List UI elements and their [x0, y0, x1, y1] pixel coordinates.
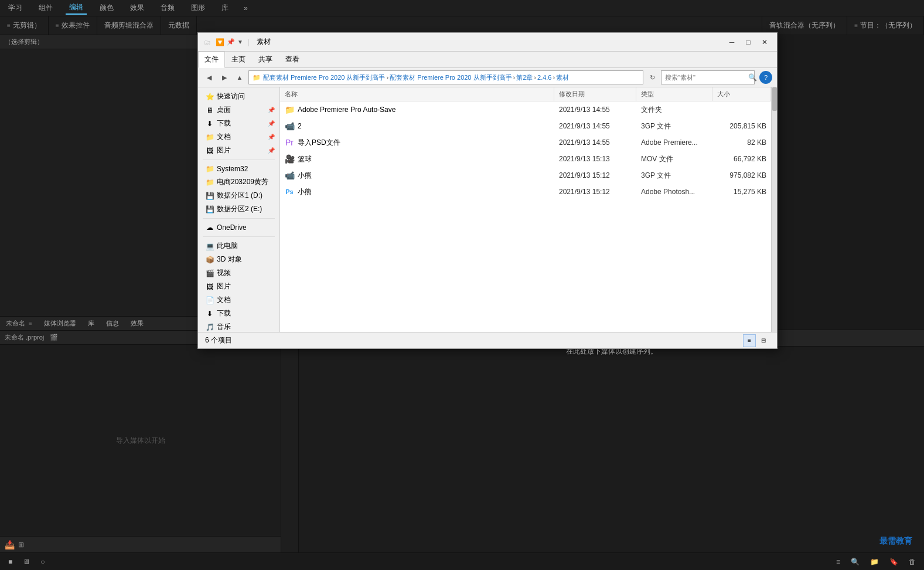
- tab-project[interactable]: 未命名 ≡: [0, 317, 38, 330]
- file-type: 文件夹: [641, 105, 662, 115]
- taskbar-start[interactable]: ■: [5, 557, 16, 567]
- nav-panel: ⭐ 快速访问 🖥 桌面 📌 ⬇ 下载 📌 📁 文档 📌 🖼 图片 �: [198, 87, 280, 332]
- menu-item-learn[interactable]: 学习: [5, 2, 26, 14]
- videos-icon: 🎬: [205, 269, 214, 278]
- nav-item-documents[interactable]: 📁 文档 📌: [198, 130, 279, 144]
- tab-effects-bottom[interactable]: 效果: [125, 317, 149, 330]
- taskbar-screen[interactable]: 🖥: [19, 557, 33, 567]
- import-icon[interactable]: 📥: [5, 540, 15, 549]
- nav-item-ecommerce[interactable]: 📁 电商203209黄芳: [198, 175, 279, 189]
- menu-more-icon[interactable]: »: [244, 4, 248, 12]
- tab-icon: ≡: [7, 22, 11, 29]
- col-name[interactable]: 名称: [280, 87, 554, 101]
- addr-seg-1[interactable]: 配套素材 Premiere Pro 2020 从新手到高手: [263, 73, 385, 82]
- nav-item-desktop[interactable]: 🖥 桌面 📌: [198, 103, 279, 117]
- file-area: 名称 修改日期 类型 大小 📁 Adobe Premiere Pro Auto-…: [280, 87, 771, 332]
- tab-icon: ≡: [56, 22, 59, 29]
- taskbar-search[interactable]: 🔍: [847, 557, 863, 567]
- taskbar-trash[interactable]: 🗑: [905, 557, 919, 567]
- nav-item-this-pc[interactable]: 💻 此电脑: [198, 239, 279, 253]
- taskbar-menu[interactable]: ≡: [833, 557, 844, 567]
- tab-program-monitor[interactable]: ≡ 节目：（无序列）: [847, 16, 924, 35]
- dialog-titlebar: 🗂 🔽 📌 ▼ | 素材 ─ □ ✕: [198, 33, 777, 52]
- nav-item-system32[interactable]: 📁 System32: [198, 162, 279, 175]
- tab-effects-controls[interactable]: ≡ 效果控件: [49, 16, 97, 35]
- nav-item-downloads[interactable]: ⬇ 下载 📌: [198, 117, 279, 130]
- address-path[interactable]: 📁 配套素材 Premiere Pro 2020 从新手到高手 › 配套素材 P…: [248, 70, 643, 84]
- quick-access-arrow[interactable]: ▼: [237, 39, 243, 45]
- list-view-button[interactable]: ≡: [743, 334, 756, 347]
- tab-media-browser[interactable]: 媒体浏览器: [38, 317, 82, 330]
- nav-item-drive-d[interactable]: 💾 数据分区1 (D:): [198, 189, 279, 202]
- file-name: 导入PSD文件: [298, 138, 340, 148]
- tab-no-clip[interactable]: ≡ 无剪辑）: [0, 16, 49, 35]
- forward-button[interactable]: ▶: [218, 71, 231, 84]
- quick-access-pin[interactable]: 📌: [227, 38, 235, 46]
- refresh-button[interactable]: ↻: [646, 71, 659, 84]
- back-button[interactable]: ◀: [203, 71, 216, 84]
- close-button[interactable]: ✕: [757, 35, 772, 50]
- nav-item-videos[interactable]: 🎬 视频: [198, 266, 279, 280]
- new-item-icon[interactable]: 🎬: [50, 334, 58, 341]
- table-row[interactable]: 🎥 篮球 2021/9/13 15:13 MOV 文件 66,792 KB: [280, 151, 771, 167]
- taskbar-folder[interactable]: 📁: [867, 557, 882, 567]
- table-row[interactable]: Ps 小熊 2021/9/13 15:12 Adobe Photosh... 1…: [280, 184, 771, 200]
- ribbon-tab-view[interactable]: 查看: [279, 52, 306, 67]
- nav-item-docs[interactable]: 📄 文档: [198, 293, 279, 307]
- file-dialog: 🗂 🔽 📌 ▼ | 素材 ─ □ ✕ 文件 主页 共享 查看 ◀ ▶ ▲ 📁 配…: [197, 32, 778, 349]
- addr-seg-3[interactable]: 第2章: [516, 73, 533, 82]
- tab-audio-clip-mixer[interactable]: 音频剪辑混合器: [97, 16, 161, 35]
- file-size: 82 KB: [747, 138, 766, 147]
- addr-seg-2[interactable]: 配套素材 Premiere Pro 2020 从新手到高手: [390, 73, 512, 82]
- menu-item-audio[interactable]: 音频: [157, 2, 178, 14]
- detail-view-button[interactable]: ⊟: [757, 334, 770, 347]
- menu-item-library[interactable]: 库: [218, 2, 232, 14]
- tab-info[interactable]: 信息: [100, 317, 125, 330]
- file-name: 2: [298, 122, 302, 130]
- menu-item-color[interactable]: 颜色: [96, 2, 117, 14]
- tab-metadata[interactable]: 元数据: [161, 16, 197, 35]
- list-view-btn[interactable]: ⊞: [18, 541, 24, 549]
- col-size[interactable]: 大小: [712, 87, 771, 101]
- addr-seg-5[interactable]: 素材: [556, 73, 569, 82]
- quick-access-1[interactable]: 🔽: [216, 38, 224, 46]
- scrollbar[interactable]: [771, 87, 777, 332]
- menu-item-components[interactable]: 组件: [35, 2, 56, 14]
- ribbon-tab-home[interactable]: 主页: [225, 52, 252, 67]
- help-button[interactable]: ?: [759, 71, 772, 84]
- addr-sep-1: ›: [386, 74, 388, 81]
- docs-icon: 📄: [205, 296, 214, 305]
- table-row[interactable]: 📹 2 2021/9/13 14:55 3GP 文件 205,815 KB: [280, 118, 771, 134]
- addr-sep-2: ›: [513, 74, 516, 81]
- col-type[interactable]: 类型: [636, 87, 712, 101]
- menu-item-edit[interactable]: 编辑: [66, 1, 87, 15]
- table-row[interactable]: 📁 Adobe Premiere Pro Auto-Save 2021/9/13…: [280, 101, 771, 118]
- nav-item-quick-access[interactable]: ⭐ 快速访问: [198, 90, 279, 103]
- nav-item-3d-objects[interactable]: 📦 3D 对象: [198, 253, 279, 266]
- menu-item-graphics[interactable]: 图形: [187, 2, 209, 14]
- ribbon-tab-share[interactable]: 共享: [252, 52, 279, 67]
- taskbar-bookmark[interactable]: 🔖: [886, 557, 902, 567]
- nav-item-dl[interactable]: ⬇ 下载: [198, 307, 279, 320]
- ribbon-tab-file[interactable]: 文件: [198, 52, 225, 68]
- table-row[interactable]: Pr 导入PSD文件 2021/9/13 14:55 Adobe Premier…: [280, 134, 771, 151]
- nav-item-drive-e[interactable]: 💾 数据分区2 (E:): [198, 202, 279, 216]
- search-input[interactable]: [665, 74, 746, 81]
- menu-item-effects[interactable]: 效果: [127, 2, 148, 14]
- col-date[interactable]: 修改日期: [554, 87, 636, 101]
- up-button[interactable]: ▲: [233, 71, 246, 84]
- nav-item-music[interactable]: 🎵 音乐: [198, 320, 279, 332]
- table-row[interactable]: 📹 小熊 2021/9/13 15:12 3GP 文件 975,082 KB: [280, 167, 771, 184]
- documents-icon: 📁: [205, 133, 214, 142]
- taskbar-circle[interactable]: ○: [37, 557, 48, 567]
- nav-item-pictures[interactable]: 🖼 图片 📌: [198, 144, 279, 157]
- tab-menu-icon: ≡: [29, 320, 32, 327]
- nav-item-onedrive[interactable]: ☁ OneDrive: [198, 221, 279, 234]
- search-box[interactable]: 🔍: [661, 70, 755, 84]
- sequence-panel: 0:00 在此处放下媒体以创建序列。: [299, 330, 924, 552]
- maximize-button[interactable]: □: [741, 35, 756, 50]
- minimize-button[interactable]: ─: [724, 35, 739, 50]
- nav-item-images[interactable]: 🖼 图片: [198, 280, 279, 293]
- tab-library[interactable]: 库: [82, 317, 100, 330]
- addr-seg-4[interactable]: 2.4.6: [537, 74, 551, 81]
